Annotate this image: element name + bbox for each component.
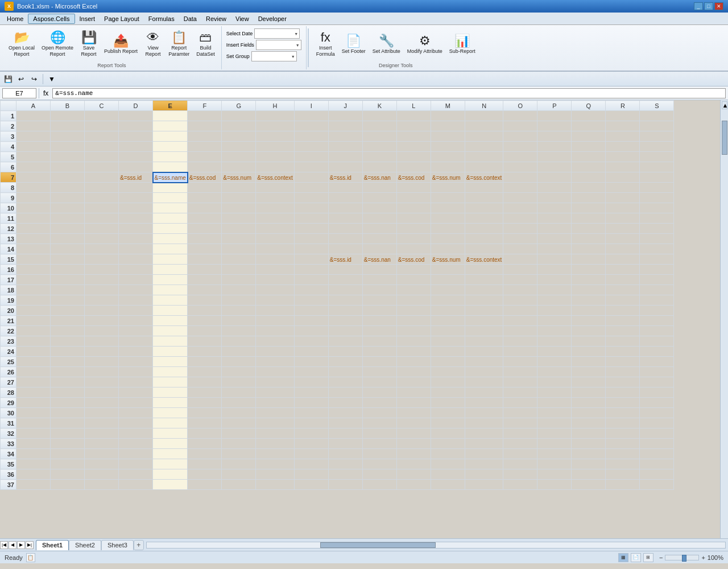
cell-n34[interactable] bbox=[465, 449, 503, 459]
cell-r28[interactable] bbox=[606, 387, 640, 398]
row-header-5[interactable]: 5 bbox=[1, 152, 16, 162]
cell-k3[interactable] bbox=[362, 131, 396, 142]
cell-r18[interactable] bbox=[606, 285, 640, 295]
cell-n24[interactable] bbox=[465, 347, 503, 357]
cell-j4[interactable] bbox=[328, 142, 362, 152]
cell-d28[interactable] bbox=[119, 387, 153, 398]
customize-btn[interactable]: ▼ bbox=[46, 73, 57, 85]
cell-f37[interactable] bbox=[188, 480, 222, 490]
cell-f3[interactable] bbox=[188, 131, 222, 142]
cell-e17[interactable] bbox=[153, 275, 188, 285]
cell-h36[interactable] bbox=[256, 469, 295, 480]
cell-e24[interactable] bbox=[153, 347, 188, 357]
spreadsheet-scroll[interactable]: A B C D E F G H I J K L M N O P Q bbox=[0, 100, 720, 538]
cell-s5[interactable] bbox=[640, 152, 674, 162]
cell-s13[interactable] bbox=[640, 234, 674, 244]
cell-o12[interactable] bbox=[503, 224, 537, 234]
cell-g34[interactable] bbox=[222, 449, 256, 459]
cell-f33[interactable] bbox=[188, 439, 222, 449]
cell-p24[interactable] bbox=[537, 347, 572, 357]
cell-d26[interactable] bbox=[119, 367, 153, 377]
cell-c7[interactable] bbox=[85, 172, 119, 183]
cell-j30[interactable] bbox=[328, 408, 362, 418]
cell-r8[interactable] bbox=[606, 183, 640, 193]
cell-e23[interactable] bbox=[153, 336, 188, 347]
cell-g24[interactable] bbox=[222, 347, 256, 357]
cell-g21[interactable] bbox=[222, 316, 256, 326]
cell-s15[interactable] bbox=[640, 254, 674, 265]
cell-e6[interactable] bbox=[153, 162, 188, 172]
cell-c24[interactable] bbox=[85, 347, 119, 357]
cell-e3[interactable] bbox=[153, 131, 188, 142]
menu-item-page-layout[interactable]: Page Layout bbox=[100, 14, 144, 23]
cell-g32[interactable] bbox=[222, 428, 256, 439]
row-header-22[interactable]: 22 bbox=[1, 326, 16, 336]
cell-l5[interactable] bbox=[396, 152, 431, 162]
cell-f32[interactable] bbox=[188, 428, 222, 439]
cell-n28[interactable] bbox=[465, 387, 503, 398]
cell-s9[interactable] bbox=[640, 193, 674, 203]
cell-m3[interactable] bbox=[431, 131, 465, 142]
cell-j15[interactable]: &=sss.id bbox=[328, 254, 362, 265]
row-header-7[interactable]: 7 bbox=[1, 172, 16, 183]
cell-s7[interactable] bbox=[640, 172, 674, 183]
cell-l33[interactable] bbox=[396, 439, 431, 449]
cell-g15[interactable] bbox=[222, 254, 256, 265]
cell-h25[interactable] bbox=[256, 357, 295, 367]
col-header-O[interactable]: O bbox=[503, 101, 537, 111]
cell-q14[interactable] bbox=[572, 244, 606, 254]
cell-h15[interactable] bbox=[256, 254, 295, 265]
cell-b2[interactable] bbox=[51, 121, 85, 131]
cell-h37[interactable] bbox=[256, 480, 295, 490]
cell-k19[interactable] bbox=[362, 295, 396, 306]
cell-j10[interactable] bbox=[328, 203, 362, 213]
cell-m37[interactable] bbox=[431, 480, 465, 490]
menu-item-home[interactable]: Home bbox=[2, 14, 28, 23]
cell-b8[interactable] bbox=[51, 183, 85, 193]
cell-q12[interactable] bbox=[572, 224, 606, 234]
cell-d12[interactable] bbox=[119, 224, 153, 234]
cell-g16[interactable] bbox=[222, 265, 256, 275]
cell-r34[interactable] bbox=[606, 449, 640, 459]
cell-n18[interactable] bbox=[465, 285, 503, 295]
cell-s6[interactable] bbox=[640, 162, 674, 172]
cell-h33[interactable] bbox=[256, 439, 295, 449]
cell-j27[interactable] bbox=[328, 377, 362, 387]
cell-p12[interactable] bbox=[537, 224, 572, 234]
cell-m27[interactable] bbox=[431, 377, 465, 387]
cell-k30[interactable] bbox=[362, 408, 396, 418]
cell-a7[interactable] bbox=[16, 172, 51, 183]
cell-s37[interactable] bbox=[640, 480, 674, 490]
cell-o22[interactable] bbox=[503, 326, 537, 336]
cell-i31[interactable] bbox=[294, 418, 328, 428]
cell-m6[interactable] bbox=[431, 162, 465, 172]
cell-e8[interactable] bbox=[153, 183, 188, 193]
cell-i24[interactable] bbox=[294, 347, 328, 357]
cell-q25[interactable] bbox=[572, 357, 606, 367]
cell-o17[interactable] bbox=[503, 275, 537, 285]
cell-e21[interactable] bbox=[153, 316, 188, 326]
cell-s36[interactable] bbox=[640, 469, 674, 480]
cell-e9[interactable] bbox=[153, 193, 188, 203]
cell-d5[interactable] bbox=[119, 152, 153, 162]
cell-m9[interactable] bbox=[431, 193, 465, 203]
cell-m28[interactable] bbox=[431, 387, 465, 398]
cell-c34[interactable] bbox=[85, 449, 119, 459]
cell-o33[interactable] bbox=[503, 439, 537, 449]
cell-k20[interactable] bbox=[362, 306, 396, 316]
select-date-dropdown[interactable] bbox=[254, 28, 300, 39]
cell-d15[interactable] bbox=[119, 254, 153, 265]
cell-q35[interactable] bbox=[572, 459, 606, 469]
cell-j31[interactable] bbox=[328, 418, 362, 428]
cell-b20[interactable] bbox=[51, 306, 85, 316]
cell-q23[interactable] bbox=[572, 336, 606, 347]
row-header-26[interactable]: 26 bbox=[1, 367, 16, 377]
cell-m8[interactable] bbox=[431, 183, 465, 193]
cell-s26[interactable] bbox=[640, 367, 674, 377]
cell-l30[interactable] bbox=[396, 408, 431, 418]
cell-g27[interactable] bbox=[222, 377, 256, 387]
cell-b6[interactable] bbox=[51, 162, 85, 172]
cell-d23[interactable] bbox=[119, 336, 153, 347]
cell-k37[interactable] bbox=[362, 480, 396, 490]
cell-e33[interactable] bbox=[153, 439, 188, 449]
